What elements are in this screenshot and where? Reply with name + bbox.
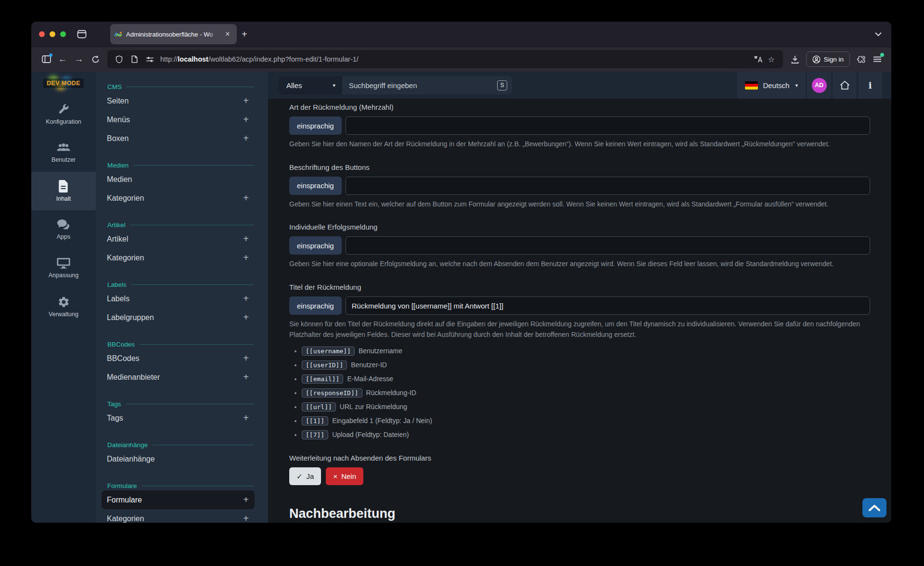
search-input[interactable] [349, 81, 497, 90]
menu-item-tags[interactable]: Tags + [102, 409, 255, 427]
placeholder-item: [[responseID]]Rückmeldung-ID [302, 387, 870, 399]
translate-icon[interactable] [751, 52, 765, 66]
text-input[interactable] [346, 296, 870, 315]
language-select[interactable]: Deutsch ▾ [737, 72, 806, 99]
redirect-label: Weiterleitung nach Absenden des Formular… [289, 453, 870, 463]
update-dot [880, 53, 884, 57]
close-window-button[interactable] [39, 31, 45, 37]
placeholder-list: [[username]]Benutzername [[userID]]Benut… [289, 346, 870, 440]
menu-item-medien-kategorien[interactable]: Kategorien + [102, 189, 255, 207]
reader-page-icon[interactable] [128, 52, 141, 66]
add-icon[interactable]: + [243, 353, 249, 364]
add-icon[interactable]: + [243, 252, 249, 263]
sidebar-item-inhalt[interactable]: Inhalt [31, 172, 96, 210]
list-all-tabs-icon[interactable] [870, 26, 886, 42]
placeholder-item: [[email]]E-Mail-Adresse [302, 373, 870, 385]
add-icon[interactable]: + [243, 193, 249, 204]
form-field-beschriftung-buttons: Beschriftung des Buttons einsprachig Geb… [289, 163, 870, 210]
menu-item-formulare[interactable]: Formulare + [102, 490, 255, 509]
menu-item-bbcodes[interactable]: BBCodes + [102, 349, 255, 368]
add-icon[interactable]: + [243, 133, 249, 144]
sidebar-toggle-icon[interactable] [38, 51, 54, 67]
menu-item-labels[interactable]: Labels + [102, 289, 255, 308]
add-icon[interactable]: + [243, 513, 249, 523]
check-icon: ✓ [296, 472, 303, 481]
url-text[interactable]: http://localhost/woltlab62/acp/index.php… [160, 55, 751, 63]
language-chip[interactable]: einsprachig [289, 236, 342, 255]
menu-section-title-formulare: Formulare [107, 481, 254, 490]
language-chip[interactable]: einsprachig [289, 116, 342, 135]
text-input[interactable] [346, 177, 870, 195]
language-chip[interactable]: einsprachig [289, 296, 342, 315]
add-icon[interactable]: + [243, 312, 249, 323]
firefox-view-icon[interactable] [74, 26, 90, 42]
text-input[interactable] [346, 116, 870, 135]
menu-section-title-artikel: Artikel [107, 220, 254, 230]
menu-item-dateianhaenge[interactable]: Dateianhänge [102, 450, 255, 468]
tab-title-fade [207, 24, 223, 44]
forward-icon[interactable]: → [71, 51, 87, 67]
shield-icon[interactable] [112, 52, 126, 66]
tab-close-icon[interactable]: × [222, 29, 233, 39]
add-icon[interactable]: + [243, 114, 249, 125]
browser-window: Administrationsoberfläche - Wo × + ← → [31, 22, 891, 523]
back-icon[interactable]: ← [54, 51, 71, 67]
add-icon[interactable]: + [243, 372, 249, 383]
user-menu[interactable]: AD [807, 72, 831, 99]
placeholder-item: [[url]]URL zur Rückmeldung [302, 401, 870, 412]
downloads-icon[interactable] [787, 51, 803, 67]
search-field[interactable]: S [342, 76, 512, 94]
field-label: Titel der Rückmeldung [289, 283, 870, 292]
fullscreen-window-button[interactable] [60, 31, 66, 37]
menu-item-medien[interactable]: Medien [102, 170, 255, 189]
placeholder-code: [[1]] [302, 416, 328, 425]
sidebar-item-anpassung[interactable]: Anpassung [31, 249, 96, 287]
add-icon[interactable]: + [243, 412, 249, 424]
menu-item-boxen[interactable]: Boxen + [102, 129, 255, 148]
wrench-icon [57, 103, 70, 116]
menu-item-seiten[interactable]: Seiten + [102, 91, 255, 110]
add-icon[interactable]: + [243, 233, 249, 244]
new-tab-button[interactable]: + [242, 29, 247, 40]
minimize-window-button[interactable] [50, 31, 55, 37]
menu-item-menus[interactable]: Menüs + [102, 110, 255, 129]
scroll-to-top-button[interactable] [862, 498, 886, 517]
woltlab-favicon [114, 30, 122, 39]
field-description: Geben Sie hier einen Text ein, welcher a… [289, 199, 870, 210]
menu-section-title-dateianhaenge: Dateianhänge [107, 440, 254, 450]
text-input[interactable] [346, 236, 870, 255]
sidebar-item-benutzer[interactable]: Benutzer [31, 133, 96, 172]
menu-hamburger-icon[interactable] [869, 51, 886, 67]
frontend-home-button[interactable] [833, 72, 857, 99]
menu-item-formulare-kategorien[interactable]: Kategorien + [102, 509, 255, 523]
form-field-erfolgsmeldung: Individuelle Erfolgsmeldung einsprachig … [289, 222, 870, 270]
sidebar-item-konfiguration[interactable]: Konfiguration [31, 95, 96, 133]
menu-item-artikel-kategorien[interactable]: Kategorien + [102, 248, 255, 267]
menu-item-artikel[interactable]: Artikel + [102, 230, 255, 248]
browser-tab[interactable]: Administrationsoberfläche - Wo × [110, 24, 237, 44]
bookmark-star-icon[interactable]: ☆ [765, 52, 778, 66]
field-description: Sie können für den Titel der Rückmeldung… [289, 319, 870, 340]
placeholder-code: [[url]] [302, 402, 336, 412]
language-chip[interactable]: einsprachig [289, 177, 342, 195]
no-button[interactable]: × Nein [326, 467, 363, 485]
search-scope-select[interactable]: Alles ▾ [279, 76, 342, 94]
sidebar-item-verwaltung[interactable]: Verwaltung [31, 287, 96, 326]
url-bar[interactable]: http://localhost/woltlab62/acp/index.php… [107, 50, 783, 68]
info-button[interactable]: i [858, 72, 882, 99]
redirect-setting: Weiterleitung nach Absenden des Formular… [289, 453, 870, 485]
comments-icon [57, 219, 70, 231]
permissions-icon[interactable] [143, 52, 156, 66]
extensions-puzzle-icon[interactable] [853, 51, 869, 67]
placeholder-code: [[userID]] [302, 360, 347, 370]
sidebar-item-apps[interactable]: Apps [31, 210, 96, 249]
yes-button[interactable]: ✓ Ja [289, 467, 321, 485]
add-icon[interactable]: + [243, 95, 249, 106]
add-icon[interactable]: + [243, 293, 249, 304]
sign-in-button[interactable]: Sign in [806, 51, 850, 67]
add-icon[interactable]: + [243, 494, 249, 505]
placeholder-item: [[7]]Upload (Feldtyp: Dateien) [302, 429, 870, 440]
menu-item-medienanbieter[interactable]: Medienanbieter + [102, 368, 255, 386]
menu-item-labelgruppen[interactable]: Labelgruppen + [102, 308, 255, 327]
reload-icon[interactable] [87, 51, 103, 67]
